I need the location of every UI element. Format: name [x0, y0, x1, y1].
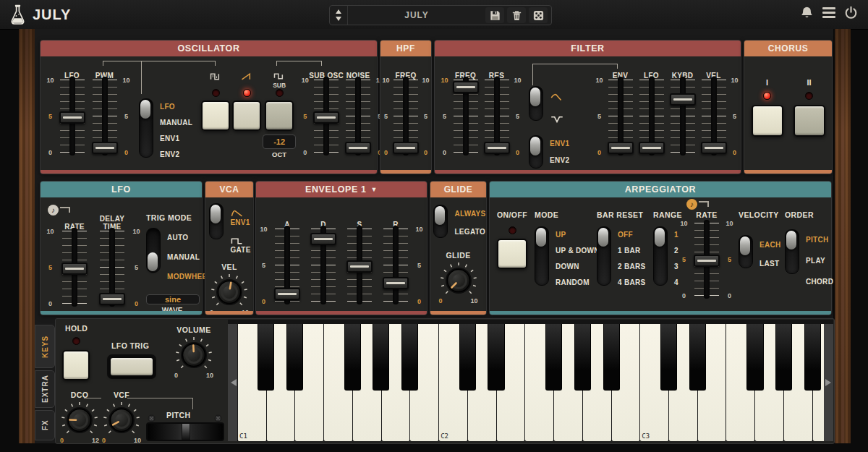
filter-env-switch-option-env1[interactable]: ENV1 [550, 135, 569, 152]
arp-bar-reset-switch-option-2-bars[interactable]: 2 BARS [618, 258, 645, 274]
keyboard-scroll-left[interactable] [228, 324, 237, 441]
saw-wave-button[interactable] [232, 101, 261, 131]
vca-source-switch[interactable] [209, 203, 224, 239]
osc-lfo-slider[interactable] [60, 80, 85, 153]
arp-range-switch[interactable] [653, 226, 668, 286]
black-key[interactable] [286, 324, 303, 391]
env-attack-slider[interactable] [275, 229, 299, 302]
arp-rate-slider-handle[interactable] [694, 255, 720, 267]
tab-extra[interactable]: EXTRA [35, 370, 55, 408]
arp-order-switch[interactable] [785, 229, 799, 274]
black-key[interactable] [545, 324, 562, 391]
filter-vel-slider-handle[interactable] [701, 142, 727, 154]
black-key[interactable] [775, 324, 792, 391]
black-key[interactable] [574, 324, 591, 391]
env-decay-slider[interactable] [311, 229, 336, 302]
vca-source-switch-option-env1[interactable]: ENV1 [230, 203, 250, 231]
pitch-wheel[interactable] [146, 422, 224, 441]
pwm-mode-switch-option-manual[interactable]: MANUAL [160, 114, 192, 130]
filter-kybd-slider[interactable] [671, 80, 695, 153]
arp-bar-reset-switch-handle[interactable] [598, 228, 608, 247]
arp-order-switch-option-pitch[interactable]: PITCH [806, 229, 833, 250]
vca-source-switch-option-gate[interactable]: GATE [230, 231, 250, 258]
env-release-slider[interactable] [383, 229, 408, 302]
arp-onoff-button[interactable] [497, 239, 527, 269]
pwm-mode-switch-handle[interactable] [140, 100, 150, 119]
black-key[interactable] [746, 324, 763, 391]
black-key[interactable] [373, 324, 389, 391]
menu-icon[interactable] [822, 7, 835, 18]
lfo-sync-icon[interactable]: ♪ [48, 205, 59, 216]
filter-env-slider[interactable] [608, 80, 633, 153]
preset-down-icon[interactable] [336, 17, 341, 24]
save-preset-button[interactable] [485, 7, 504, 23]
env-attack-slider-handle[interactable] [274, 288, 300, 300]
hpf-freq-slider-handle[interactable] [393, 142, 419, 154]
lfo-trig-mode-switch[interactable] [146, 228, 161, 273]
filter-type-switch-option-notch-icon[interactable] [550, 108, 567, 129]
vcf-bend-knob[interactable] [101, 399, 142, 441]
filter-res-slider[interactable] [485, 80, 509, 153]
filter-vel-slider[interactable] [702, 80, 726, 153]
arp-mode-switch-option-up-down[interactable]: UP & DOWN [556, 242, 600, 258]
lfo-trig-button[interactable] [109, 357, 154, 377]
black-key[interactable] [344, 324, 361, 391]
pwm-mode-switch-option-env1[interactable]: ENV1 [160, 130, 192, 146]
arp-sync-icon[interactable]: ♪ [686, 199, 697, 210]
arp-velocity-switch-option-each[interactable]: EACH [760, 235, 781, 254]
volume-knob[interactable] [173, 334, 215, 376]
vca-vel-knob[interactable] [208, 271, 250, 313]
osc-pwm-slider-handle[interactable] [92, 142, 118, 154]
dco-bend-knob[interactable] [59, 399, 101, 441]
black-key[interactable] [488, 324, 504, 391]
envelope-dropdown-icon[interactable]: ▼ [370, 186, 378, 193]
black-key[interactable] [401, 324, 418, 391]
preset-stepper[interactable] [330, 6, 348, 25]
sub-osc-slider[interactable] [314, 80, 339, 153]
delete-preset-button[interactable] [507, 7, 526, 23]
sub-osc-slider-handle[interactable] [313, 111, 339, 124]
filter-env-switch-option-env2[interactable]: ENV2 [550, 152, 569, 169]
arp-mode-switch[interactable] [535, 226, 549, 286]
chorus-2-button[interactable] [793, 105, 825, 137]
notifications-bell-icon[interactable] [800, 6, 814, 20]
black-key[interactable] [689, 324, 706, 391]
lfo-rate-slider-handle[interactable] [61, 263, 88, 275]
filter-freq-slider-handle[interactable] [453, 81, 479, 93]
lfo-wave-select[interactable]: sine [146, 294, 200, 304]
pwm-mode-switch-option-env2[interactable]: ENV2 [160, 146, 192, 162]
filter-freq-slider[interactable] [454, 80, 478, 153]
noise-slider-handle[interactable] [345, 142, 371, 154]
chorus-1-button[interactable] [752, 105, 783, 137]
filter-env-switch[interactable] [529, 135, 543, 169]
tab-fx[interactable]: FX [35, 410, 55, 440]
arp-mode-switch-handle[interactable] [536, 228, 546, 247]
arp-mode-switch-option-up[interactable]: UP [556, 226, 600, 242]
arp-mode-switch-option-random[interactable]: RANDOM [556, 274, 600, 290]
lfo-delay-slider[interactable] [100, 231, 124, 304]
black-key[interactable] [660, 324, 677, 391]
filter-env-switch-handle[interactable] [530, 137, 540, 155]
glide-mode-switch-handle[interactable] [435, 206, 445, 225]
arp-bar-reset-switch-option-4-bars[interactable]: 4 BARS [618, 274, 645, 290]
glide-mode-switch-option-always[interactable]: ALWAYS [454, 205, 485, 223]
sub-wave-button[interactable] [265, 101, 294, 131]
glide-knob[interactable] [438, 260, 480, 302]
arp-bar-reset-switch[interactable] [597, 226, 611, 286]
arp-velocity-switch-handle[interactable] [740, 236, 750, 255]
preset-up-icon[interactable] [336, 7, 341, 14]
filter-lfo-slider-handle[interactable] [639, 142, 665, 154]
env-decay-slider-handle[interactable] [310, 233, 336, 245]
arp-range-switch-handle[interactable] [655, 228, 665, 247]
arp-order-switch-option-chord[interactable]: CHORD [806, 271, 833, 292]
oct-value[interactable]: -12 [263, 135, 296, 149]
black-key[interactable] [258, 324, 274, 391]
arp-bar-reset-switch-option-off[interactable]: OFF [618, 226, 645, 242]
arp-velocity-switch-option-last[interactable]: LAST [760, 254, 781, 273]
tab-keys[interactable]: KEYS [35, 325, 55, 368]
env-sustain-slider[interactable] [347, 229, 372, 302]
keyboard-scroll-right[interactable] [824, 324, 833, 441]
power-icon[interactable] [844, 6, 858, 20]
hold-button[interactable] [62, 350, 90, 380]
filter-type-switch[interactable] [529, 86, 543, 121]
